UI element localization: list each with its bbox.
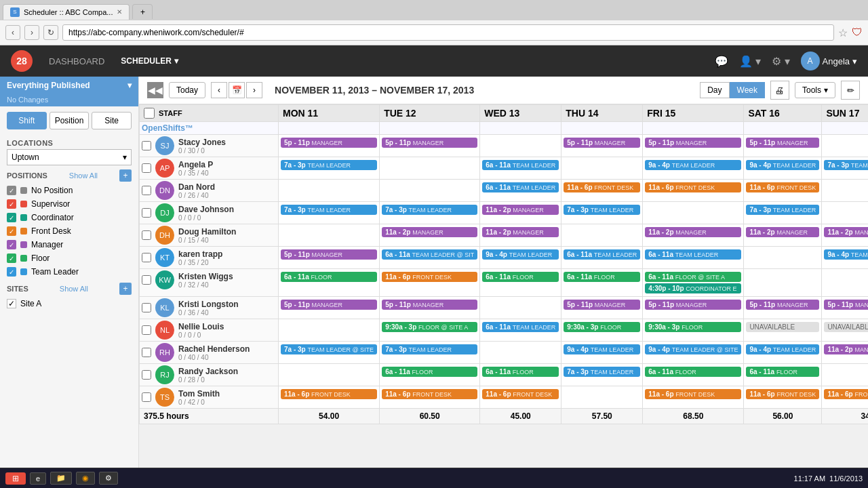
shift-block[interactable]: 11a - 6p FRONT DESK <box>382 272 477 282</box>
day-cell[interactable]: 6a - 11a FLOOR <box>744 364 822 386</box>
shift-btn[interactable]: Shift <box>7 112 47 129</box>
day-cell[interactable]: 9:30a - 3p FLOOR <box>561 319 643 342</box>
taskbar-app[interactable]: ⚙ <box>99 472 118 485</box>
day-cell[interactable] <box>822 180 868 202</box>
open-shift-day[interactable] <box>279 122 380 135</box>
shift-block[interactable]: 5p - 11p MANAGER <box>281 138 377 148</box>
day-cell[interactable]: 9a - 4p TEAM LEADER <box>561 342 643 364</box>
position-checkbox[interactable]: ✓ <box>7 213 16 222</box>
shift-block[interactable]: 7a - 3p TEAM LEADER <box>281 160 377 170</box>
day-cell[interactable] <box>279 364 380 386</box>
day-cell[interactable]: 11a - 6p FRONT DESK <box>744 386 822 409</box>
day-cell[interactable]: 11a - 6p FRONT DESK <box>380 386 480 409</box>
position-item[interactable]: ✓ Coordinator <box>0 211 138 224</box>
shift-block[interactable]: 7a - 3p TEAM LEADER <box>382 344 477 354</box>
staff-checkbox[interactable] <box>142 186 151 195</box>
chat-icon-btn[interactable]: 💬 <box>715 55 728 68</box>
shift-block[interactable]: 11a - 6p FRONT DESK <box>382 389 477 399</box>
position-checkbox[interactable]: ✓ <box>7 253 16 263</box>
day-cell[interactable]: 11a - 2p MANAGER <box>480 224 561 247</box>
shift-block[interactable]: 11a - 6p FRONT DESK <box>564 182 640 192</box>
day-cell[interactable] <box>643 202 744 224</box>
day-cell[interactable] <box>822 364 868 386</box>
shift-block[interactable]: 6a - 11a TEAM LEADER <box>645 249 741 260</box>
day-cell[interactable]: 5p - 11p MANAGER <box>279 135 380 157</box>
day-cell[interactable] <box>480 342 561 364</box>
site-btn[interactable]: Site <box>92 112 132 129</box>
shift-block[interactable]: 11a - 6p FRONT DESK <box>281 389 377 399</box>
user-icon-btn[interactable]: 👤 ▾ <box>739 55 761 68</box>
add-site-btn[interactable]: + <box>119 283 132 295</box>
shift-block[interactable]: 6a - 11a FLOOR <box>645 367 741 377</box>
open-shift-day[interactable] <box>561 122 643 135</box>
day-cell[interactable]: 6a - 11a TEAM LEADER <box>643 247 744 269</box>
day-cell[interactable]: 11a - 6p FRONT DESK <box>279 386 380 409</box>
open-shift-day[interactable] <box>480 122 561 135</box>
shift-block[interactable]: 5p - 11p MANAGER <box>564 300 640 310</box>
shift-block[interactable]: 7a - 3p TEAM LEADER <box>824 160 868 170</box>
day-cell[interactable] <box>279 180 380 202</box>
shift-block[interactable]: 6a - 11a TEAM LEADER <box>564 249 640 260</box>
day-cell[interactable]: 9a - 4p TEAM LEADER @ SITE <box>643 342 744 364</box>
day-cell[interactable]: 6a - 11a TEAM LEADER <box>480 157 561 180</box>
shift-block[interactable]: 9a - 4p TEAM LEADER <box>564 344 640 354</box>
shift-block[interactable]: 11a - 2p MANAGER <box>824 344 868 354</box>
staff-checkbox[interactable] <box>142 348 151 357</box>
shift-block[interactable]: 7a - 3p TEAM LEADER <box>746 205 819 215</box>
positions-show-all[interactable]: Show All <box>69 171 98 180</box>
day-cell[interactable] <box>822 135 868 157</box>
shift-block[interactable]: 11a - 6p FRONT DESK <box>645 182 741 192</box>
shift-block[interactable]: 7a - 3p TEAM LEADER <box>281 205 377 215</box>
day-cell[interactable]: 9:30a - 3p FLOOR <box>643 319 744 342</box>
shift-block[interactable]: 9a - 4p TEAM LEADER <box>746 160 819 170</box>
position-checkbox[interactable]: ✓ <box>7 199 16 209</box>
day-cell[interactable]: 9a - 4p TEAM LEADER <box>822 247 868 269</box>
published-header[interactable]: Everything Published ▾ <box>0 77 138 94</box>
week-view-btn[interactable]: Week <box>730 82 765 98</box>
shift-block[interactable]: 6a - 11a TEAM LEADER @ SIT <box>382 249 477 260</box>
shift-block[interactable]: 6a - 11a FLOOR <box>382 367 477 377</box>
staff-checkbox[interactable] <box>142 325 151 335</box>
staff-checkbox[interactable] <box>142 163 151 173</box>
position-checkbox[interactable]: ✓ <box>7 267 16 277</box>
shift-block[interactable]: 11a - 6p FRONT DESK <box>645 389 741 399</box>
position-checkbox[interactable]: ✓ <box>7 186 16 195</box>
shift-block[interactable]: 9a - 4p TEAM LEADER <box>746 344 819 354</box>
day-cell[interactable]: 7a - 3p TEAM LEADER <box>561 364 643 386</box>
day-cell[interactable]: 9:30a - 3p FLOOR @ SITE A <box>380 319 480 342</box>
day-cell[interactable]: 11a - 2p MANAGER <box>643 224 744 247</box>
position-item[interactable]: ✓ No Position <box>0 184 138 197</box>
sites-show-all[interactable]: Show All <box>60 285 88 293</box>
shift-block[interactable]: 5p - 11p MANAGER <box>746 300 819 310</box>
day-cell[interactable]: 7a - 3p TEAM LEADER <box>561 202 643 224</box>
position-checkbox[interactable]: ✓ <box>7 240 16 249</box>
taskbar-chrome[interactable]: ◉ <box>76 472 95 485</box>
taskbar-explorer[interactable]: 📁 <box>50 472 72 485</box>
day-cell[interactable] <box>822 202 868 224</box>
today-btn[interactable]: Today <box>169 82 205 98</box>
shift-block[interactable]: 9a - 4p TEAM LEADER <box>824 249 868 260</box>
collapse-btn[interactable]: ◀◀ <box>147 82 163 98</box>
shift-block[interactable]: 9:30a - 3p FLOOR <box>645 322 741 332</box>
day-cell[interactable]: 6a - 11a TEAM LEADER @ SIT <box>380 247 480 269</box>
url-input[interactable] <box>62 24 834 41</box>
nav-scheduler[interactable]: SCHEDULER ▾ <box>121 56 178 66</box>
day-cell[interactable]: 5p - 11p MANAGER <box>561 135 643 157</box>
day-cell[interactable]: 5p - 11p MANAGER <box>279 297 380 319</box>
nav-user[interactable]: A Angela ▾ <box>801 52 857 70</box>
staff-checkbox[interactable] <box>142 275 151 285</box>
open-shift-day[interactable] <box>744 122 822 135</box>
day-cell[interactable]: 11a - 2p MANAGER <box>744 224 822 247</box>
shift-block[interactable]: 5p - 11p MANAGER @ SITE A <box>824 300 868 310</box>
staff-checkbox[interactable] <box>142 370 151 380</box>
shift-block[interactable]: UNAVAILABLE <box>746 322 819 332</box>
day-cell[interactable]: 9a - 4p TEAM LEADER <box>744 157 822 180</box>
day-cell[interactable] <box>480 297 561 319</box>
shift-block[interactable]: 9:30a - 3p FLOOR <box>564 322 640 332</box>
shift-block[interactable]: 11a - 2p MANAGER <box>382 227 477 237</box>
shift-block[interactable]: 6a - 11a TEAM LEADER <box>482 322 559 332</box>
day-cell[interactable]: 11a - 6p FRONT DESK <box>380 269 480 297</box>
day-cell[interactable]: 6a - 11a FLOOR <box>480 364 561 386</box>
day-cell[interactable]: 5p - 11p MANAGER <box>561 297 643 319</box>
day-cell[interactable]: 5p - 11p MANAGER @ SITE A <box>822 297 868 319</box>
